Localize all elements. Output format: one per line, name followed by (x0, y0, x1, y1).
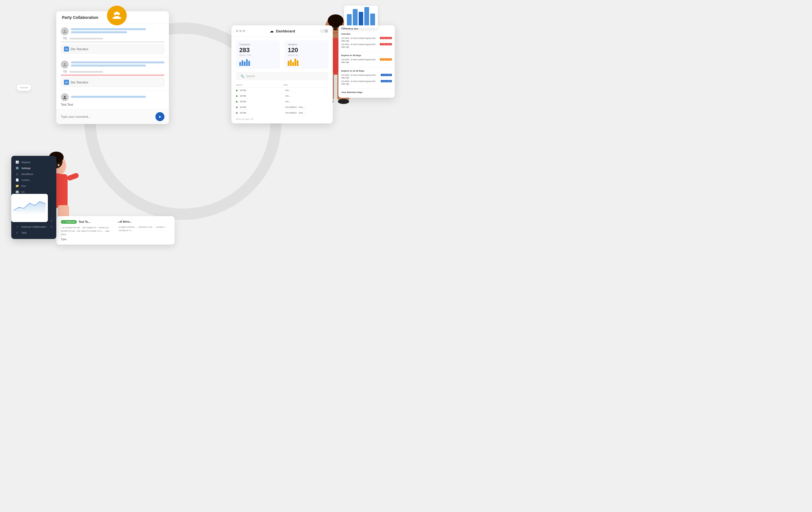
expires30-badge-1: 16 April 2025 (380, 58, 392, 61)
sidebar-item-label: Workflows (21, 173, 33, 176)
doc-name-1: Doc Test.docx (71, 48, 88, 51)
chart-bar-2 (353, 9, 357, 25)
svg-point-3 (64, 30, 66, 32)
overdue-section: Overdue CN-0045 - Al Test Contient Expir… (339, 30, 395, 52)
sidebar-item-label: Contra... (21, 179, 31, 182)
workflows-icon: ◻ (15, 172, 19, 176)
vendors-sub: Active | 82 (288, 54, 325, 56)
doc-row: ✓ Published Test Te... ...al contract fo… (61, 220, 170, 241)
chart-bar-3 (359, 12, 364, 25)
comment-block-2: TO W Doc Test.docx (56, 57, 169, 90)
svg-point-37 (328, 15, 344, 27)
overdue-badge-2: 14 April 2024 (380, 43, 392, 45)
external-icon: › (15, 225, 19, 228)
sidebar-item-reports[interactable]: 📊 Reports (11, 159, 56, 165)
attention-title: Your Attention Days (341, 91, 392, 93)
dashboard-header: ☁ Dashboard (231, 25, 333, 37)
doc-icon-2: W (64, 80, 69, 85)
comment-text-3: Test Test (61, 103, 165, 106)
overdue-item-2: CN-0045 - Al Test Contient Expired 991 d… (341, 43, 392, 48)
td-task: 00786 (240, 100, 283, 103)
published-badge: ✓ Published (61, 220, 77, 224)
sidebar-item-contract[interactable]: 📄 Contra... (11, 177, 56, 183)
td-task: 00786 (240, 106, 283, 108)
th-title: Title (283, 84, 328, 86)
avatar-3 (61, 93, 69, 101)
type-label: Type : (61, 238, 114, 241)
sidebar-item-task[interactable]: ✓ Task (11, 230, 56, 236)
table-row[interactable]: 00786 CN-... (236, 88, 328, 93)
contracts-label: Contracts (239, 43, 277, 46)
dot-2 (239, 30, 241, 32)
sidebar-item-doc[interactable]: 📁 Doc (11, 183, 56, 189)
chat-dot (20, 87, 22, 88)
sidebar-item-label: Task (21, 231, 27, 234)
people-group-icon (107, 6, 127, 25)
window-dots (236, 30, 245, 32)
attention-section: Your Attention Days (339, 89, 395, 98)
doc-body-2: ...a legal contract... ...services or pr… (117, 225, 170, 232)
contracts-value: 283 (239, 47, 277, 54)
doc-attachment-1: W Doc Test.docx (61, 45, 165, 54)
expires31-text-2: CN-0045 - Al Test Contient Expired 991 d… (341, 80, 380, 85)
table-row[interactable]: 00786 CN-... (236, 99, 328, 105)
overdue-title: Overdue (341, 33, 392, 35)
td-task: 00786 (240, 112, 283, 114)
send-button[interactable]: ➤ (155, 112, 165, 121)
vendors-value: 120 (288, 47, 325, 54)
sidebar-item-settings[interactable]: ⚙️ Settings (11, 165, 56, 171)
expires30-item-1: CN-0045 - Al Test Contient Expired 991 d… (341, 58, 392, 63)
contracts-mini-chart (239, 57, 277, 66)
sidebar-item-workflows[interactable]: ◻ Workflows (11, 171, 56, 177)
dashboard-search[interactable]: 🔍 Search (236, 72, 328, 80)
party-collaboration-panel: Party Collaboration TO W Doc Test.docx (56, 11, 169, 124)
task-icon: ✓ (15, 231, 19, 234)
svg-point-22 (58, 164, 59, 166)
th-task: Task # (236, 84, 281, 86)
analytics-panel (11, 194, 48, 222)
sidebar-item-label: Co (21, 190, 25, 193)
vendors-metric: Vendors 120 Active | 82 (284, 40, 328, 69)
expires31-item-1: CN-0045 - Al Test Contient Expired 991 d… (341, 74, 392, 79)
avatar-1 (61, 27, 69, 35)
svg-point-4 (64, 63, 66, 65)
comment-block-3: Test Test (56, 90, 169, 109)
status-dot (236, 95, 238, 97)
send-icon: ➤ (158, 114, 162, 119)
td-title: CN-... (285, 89, 328, 91)
sidebar-item-external[interactable]: › External Collaboration ∨ (11, 224, 56, 230)
expires31-text-1: CN-0045 - Al Test Contient Expired 991 d… (341, 74, 380, 79)
table-row[interactable]: 00786 CN-000537 - Test ... (236, 105, 328, 110)
items-per-page: Items per page: 100 (236, 118, 328, 120)
dashboard-title: Dashboard (276, 29, 295, 33)
table-row[interactable]: 00786 CN-... (236, 93, 328, 99)
comment-input[interactable] (61, 115, 153, 118)
sidebar-item-label: External Collaboration (21, 225, 47, 228)
dashboard-panel: ☁ Dashboard Contracts 283 Active | 183 V… (231, 25, 333, 124)
doc-col-2: ...al docu... ...a legal contract... ...… (117, 220, 170, 241)
chat-dot (26, 87, 28, 88)
doc-col-1: ✓ Published Test Te... ...al contract fo… (61, 220, 114, 241)
comment-user-lines-1 (71, 28, 165, 34)
status-dot (236, 89, 238, 91)
document-panel: ✓ Published Test Te... ...al contract fo… (56, 216, 175, 245)
doc-col-1-title: ✓ Published Test Te... (61, 220, 114, 224)
settings-icon: ⚙️ (15, 166, 19, 170)
doc-title-1: Test Te... (79, 220, 90, 223)
dot-3 (243, 30, 245, 32)
chart-bar-5 (370, 14, 375, 25)
overdue-text-1: CN-0045 - Al Test Contient Expired 991 d… (341, 37, 379, 42)
comment-input-area: ➤ (56, 109, 169, 124)
chat-bubble-left (17, 84, 31, 91)
sidebar-item-label: Doc (21, 185, 26, 187)
contracts-metric: Contracts 283 Active | 183 (236, 40, 280, 69)
comment-user-lines-2 (71, 61, 165, 68)
doc-icon-1: W (64, 47, 69, 52)
overdue-badge-1: 14 April 2024 (380, 37, 392, 39)
chat-dot (23, 87, 25, 88)
vendors-label: Vendors (288, 43, 325, 46)
expires31-badge-2: 14 Apr 2025 (381, 80, 392, 82)
table-row[interactable]: 00786 CN-000537 - Test ... (236, 110, 328, 116)
avatar-2 (61, 61, 69, 69)
td-title: CN-000537 - Test ... (285, 106, 328, 108)
